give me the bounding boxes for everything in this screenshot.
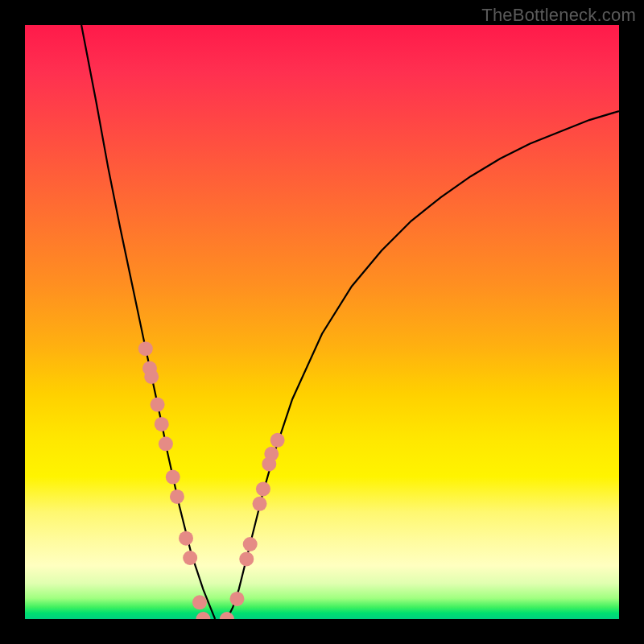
marker-right bbox=[243, 537, 258, 551]
chart-container: TheBottleneck.com bbox=[0, 0, 644, 644]
marker-right bbox=[264, 447, 279, 461]
marker-right bbox=[239, 551, 254, 566]
marker-left bbox=[159, 436, 173, 451]
marker-left bbox=[138, 341, 153, 356]
marker-left bbox=[179, 531, 193, 546]
curve-left bbox=[81, 25, 215, 619]
curve-right bbox=[227, 111, 619, 619]
marker-right bbox=[229, 592, 244, 606]
marker-left bbox=[183, 551, 197, 565]
bottleneck-curve bbox=[25, 25, 619, 619]
marker-right bbox=[270, 433, 285, 448]
marker-left bbox=[144, 369, 159, 384]
marker-left bbox=[166, 470, 180, 485]
marker-right bbox=[253, 497, 267, 511]
marker-left bbox=[170, 489, 184, 504]
watermark-text: TheBottleneck.com bbox=[481, 5, 636, 26]
marker-left bbox=[196, 612, 210, 619]
marker-left bbox=[151, 398, 165, 412]
marker-right bbox=[220, 612, 234, 619]
marker-right bbox=[256, 481, 270, 496]
marker-left bbox=[155, 417, 169, 431]
plot-area bbox=[25, 25, 619, 619]
marker-left bbox=[192, 595, 207, 609]
